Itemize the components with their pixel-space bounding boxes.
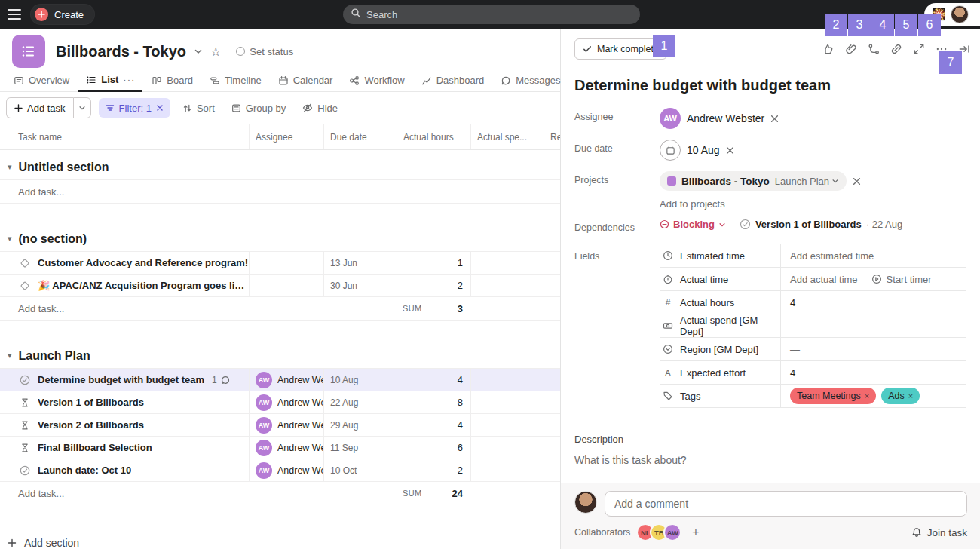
section-header[interactable]: ▾(no section) xyxy=(0,222,560,252)
remove-assignee-icon[interactable] xyxy=(770,115,779,123)
tab-more-icon[interactable]: ··· xyxy=(123,74,135,85)
region-cell[interactable] xyxy=(544,391,560,413)
remove-tag-icon[interactable]: × xyxy=(908,391,913,400)
join-task-button[interactable]: Join task xyxy=(911,527,967,538)
field-value[interactable]: — xyxy=(780,338,966,360)
like-icon[interactable] xyxy=(821,41,836,57)
task-name[interactable]: Customer Advocacy and Reference program! xyxy=(38,257,248,268)
section-collapse-caret[interactable]: ▾ xyxy=(8,162,12,172)
comment-input[interactable]: Add a comment xyxy=(605,491,967,517)
due-date-cell[interactable]: 13 Jun xyxy=(323,252,397,274)
due-date-cell[interactable]: 30 Jun xyxy=(323,274,397,296)
project-section-select[interactable]: Launch Plan xyxy=(775,176,839,187)
column-header-reg[interactable]: Reg xyxy=(544,124,560,149)
region-cell[interactable] xyxy=(544,252,560,274)
region-cell[interactable] xyxy=(544,274,560,296)
project-icon[interactable] xyxy=(12,35,45,68)
sidebar-toggle-button[interactable] xyxy=(0,0,29,29)
collaborator-avatar[interactable]: AW xyxy=(663,523,681,541)
assignee-cell[interactable]: AWAndrew We... xyxy=(249,414,323,436)
task-name[interactable]: Launch date: Oct 10 xyxy=(38,465,131,476)
task-name[interactable]: Version 1 of Billboards xyxy=(38,397,144,408)
field-label[interactable]: Estimated time xyxy=(660,250,780,262)
actual-spend-cell[interactable] xyxy=(470,252,544,274)
task-title[interactable]: Determine budget with budget team xyxy=(574,77,966,94)
column-header-hours[interactable]: Actual hours xyxy=(397,124,470,149)
task-row[interactable]: Version 1 of Billboards AWAndrew We... 2… xyxy=(0,391,560,414)
task-row[interactable]: 🎉 APAC/ANZ Acquisition Program goes live… xyxy=(0,274,560,297)
add-task-row[interactable]: Add task... SUM24 xyxy=(0,482,560,505)
due-date-cell[interactable]: 29 Aug xyxy=(323,414,397,436)
milestone-icon[interactable] xyxy=(20,281,30,291)
actual-spend-cell[interactable] xyxy=(470,274,544,296)
dependency-type-select[interactable]: Blocking xyxy=(660,219,726,230)
filter-pill[interactable]: Filter: 1 xyxy=(99,98,170,118)
region-cell[interactable] xyxy=(544,369,560,391)
task-row[interactable]: Version 2 of Billboards AWAndrew We... 2… xyxy=(0,414,560,437)
column-header-assignee[interactable]: Assignee xyxy=(249,124,323,149)
section-collapse-caret[interactable]: ▾ xyxy=(8,351,12,360)
user-avatar[interactable] xyxy=(951,5,969,23)
field-label[interactable]: AExpected effort xyxy=(660,367,780,379)
set-status-button[interactable]: Set status xyxy=(236,46,293,57)
tab-overview[interactable]: Overview xyxy=(6,75,77,91)
field-label[interactable]: Actual spend [GM Dept] xyxy=(660,314,780,337)
tab-calendar[interactable]: Calendar xyxy=(271,75,341,91)
field-label[interactable]: Actual time xyxy=(660,274,780,285)
tab-workflow[interactable]: Workflow xyxy=(341,75,412,91)
field-value[interactable]: 4 xyxy=(780,291,966,314)
fullscreen-icon[interactable] xyxy=(911,41,926,57)
remove-due-date-icon[interactable] xyxy=(726,146,734,155)
milestone-icon[interactable] xyxy=(20,258,30,268)
project-pill[interactable]: Billboards - Tokyo Launch Plan xyxy=(660,171,847,191)
remove-tag-icon[interactable]: × xyxy=(865,391,869,400)
search-input[interactable]: Search xyxy=(343,5,640,24)
actual-hours-cell[interactable]: 2 xyxy=(397,274,470,296)
assignee-cell[interactable]: AWAndrew We... xyxy=(249,459,323,481)
field-label[interactable]: Region [GM Dept] xyxy=(660,344,780,355)
column-header-spend[interactable]: Actual spe... xyxy=(470,124,544,149)
sort-button[interactable]: Sort xyxy=(178,103,219,114)
actual-hours-cell[interactable]: 4 xyxy=(397,369,470,391)
field-value[interactable]: 4 xyxy=(780,361,966,384)
tag-pill[interactable]: Ads × xyxy=(881,388,920,404)
start-timer-button[interactable]: Start timer xyxy=(871,274,932,285)
actual-spend-cell[interactable] xyxy=(470,459,544,481)
group-by-button[interactable]: Group by xyxy=(227,103,290,114)
column-header-task[interactable]: Task name xyxy=(0,124,249,149)
actual-spend-cell[interactable] xyxy=(470,391,544,413)
project-pill-name[interactable]: Billboards - Tokyo xyxy=(681,176,770,187)
complete-task-icon[interactable] xyxy=(20,375,30,385)
add-task-row[interactable]: Add task... xyxy=(0,180,560,204)
description-input[interactable]: What is this task about? xyxy=(574,454,966,466)
create-button[interactable]: Create xyxy=(30,4,95,25)
field-label[interactable]: #Actual hours xyxy=(660,297,780,308)
tag-pill[interactable]: Team Meetings × xyxy=(790,388,876,404)
task-row[interactable]: Customer Advocacy and Reference program!… xyxy=(0,252,560,274)
dependency-waiting-icon[interactable] xyxy=(20,397,30,408)
assignee-cell[interactable] xyxy=(249,274,323,296)
assignee-value[interactable]: AW Andrew Webster xyxy=(660,108,779,129)
section-header[interactable]: ▾Untitled section xyxy=(0,150,560,180)
due-date-text[interactable]: 10 Aug xyxy=(687,144,720,156)
assignee-cell[interactable] xyxy=(249,252,323,274)
dependency-waiting-icon[interactable] xyxy=(20,420,30,431)
field-value[interactable]: — xyxy=(780,314,966,337)
due-date-value[interactable]: 10 Aug xyxy=(660,140,734,161)
complete-task-icon[interactable] xyxy=(20,465,30,476)
actual-hours-cell[interactable]: 1 xyxy=(397,252,470,274)
dependency-waiting-icon[interactable] xyxy=(20,443,30,453)
hide-button[interactable]: Hide xyxy=(298,103,342,114)
task-name[interactable]: Final Billboard Selection xyxy=(38,442,152,453)
attach-icon[interactable] xyxy=(844,41,859,57)
field-value[interactable]: Add estimated time xyxy=(780,244,966,267)
column-header-due[interactable]: Due date xyxy=(323,124,397,149)
dependency-task-link[interactable]: Version 1 of Billboards · 22 Aug xyxy=(740,219,902,230)
add-to-projects-link[interactable]: Add to projects xyxy=(660,198,966,210)
add-section-button[interactable]: Add section xyxy=(0,523,560,549)
subtask-icon[interactable] xyxy=(866,41,881,57)
favorite-star-icon[interactable]: ☆ xyxy=(210,44,221,59)
section-header[interactable]: ▾Launch Plan xyxy=(0,339,560,369)
task-name[interactable]: 🎉 APAC/ANZ Acquisition Program goes live… xyxy=(38,280,249,291)
tab-list[interactable]: List··· xyxy=(78,74,142,92)
